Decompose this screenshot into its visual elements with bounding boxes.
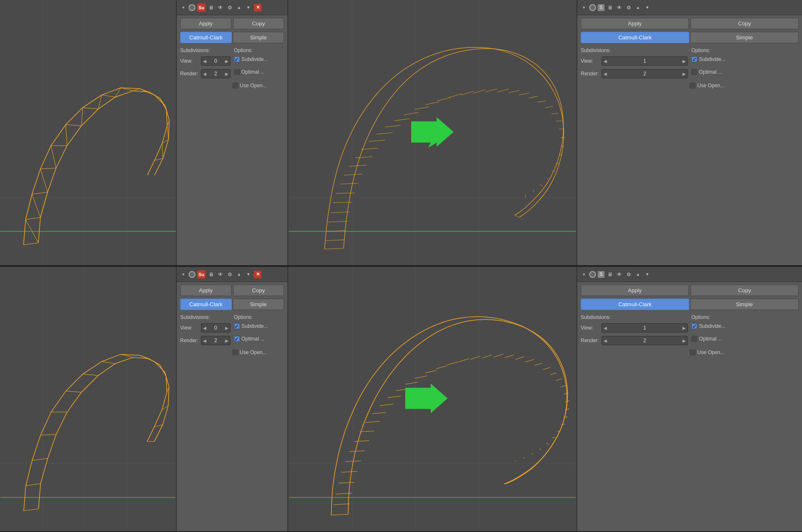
top-right-gear-icon[interactable]: ⚙ [625, 4, 632, 11]
top-subdivide-checkbox[interactable]: ✓ [234, 56, 240, 62]
bottom-check3[interactable]: Use Open... [232, 349, 284, 355]
top-right-eye-icon[interactable]: 👁 [615, 4, 623, 11]
bottom-result-viewport[interactable] [288, 267, 576, 531]
bottom-render-vis-icon[interactable]: 🖥 [207, 271, 215, 278]
top-right-collapse-icon[interactable]: ▾ [580, 4, 588, 11]
top-check1-group[interactable]: ✓ Subdivide... [234, 56, 284, 62]
bottom-right-monitor-icon[interactable]: 🖥 [606, 271, 614, 278]
bottom-right-check2[interactable]: Optimal ... [691, 336, 799, 342]
move-up-icon[interactable]: ▲ [235, 4, 243, 11]
top-render-increment[interactable]: ▶ [223, 72, 230, 76]
bottom-view-inc[interactable]: ▶ [223, 326, 230, 330]
top-right-view-inc[interactable]: ▶ [681, 59, 688, 64]
tab-simple-top-right[interactable]: Simple [690, 32, 799, 43]
bottom-optimal-cb[interactable]: ✓ [234, 336, 240, 342]
top-check2-group[interactable]: Optimal ... [234, 69, 284, 75]
bottom-right-optimal-cb[interactable] [691, 336, 697, 342]
bottom-vp-vis-icon[interactable]: 👁 [217, 271, 224, 278]
bottom-right-view-dec[interactable]: ◀ [602, 326, 609, 330]
bottom-check1[interactable]: ✓ Subdivide... [234, 323, 284, 329]
top-right-apply-button[interactable]: Apply [581, 18, 689, 29]
bottom-right-eye-icon[interactable]: 👁 [615, 271, 623, 278]
bottom-close-icon[interactable]: ✕ [254, 271, 262, 278]
top-right-check1[interactable]: ✓ Subdivide... [691, 56, 799, 62]
top-check3-group[interactable]: Use Open... [232, 83, 284, 89]
bottom-apply-button[interactable]: Apply [180, 285, 231, 296]
top-render-decrement[interactable]: ◀ [201, 72, 208, 76]
bottom-right-circle-icon[interactable] [589, 271, 596, 278]
bottom-opensubdiv-cb[interactable] [232, 349, 238, 355]
bottom-right-collapse-icon[interactable]: ▾ [580, 271, 588, 278]
bottom-right-check1[interactable]: ✓ Subdivide... [691, 323, 799, 329]
tab-simple-top[interactable]: Simple [233, 32, 284, 43]
top-right-subdivide-cb[interactable]: ✓ [691, 56, 697, 62]
render-visibility-icon[interactable]: 🖥 [207, 4, 215, 11]
tab-simple-bottom-right[interactable]: Simple [690, 299, 799, 310]
bottom-right-render-inc[interactable]: ▶ [681, 338, 688, 343]
top-right-render-inc[interactable]: ▶ [681, 72, 688, 76]
top-render-number-field[interactable]: ◀ 2 ▶ [201, 69, 231, 78]
bottom-left-viewport[interactable] [0, 267, 176, 531]
top-right-circle-icon[interactable] [589, 4, 596, 11]
close-icon[interactable]: ✕ [254, 4, 262, 11]
top-opensubdiv-checkbox[interactable] [232, 83, 238, 89]
tab-simple-bottom[interactable]: Simple [233, 299, 284, 310]
bottom-visibility-icon[interactable] [189, 271, 195, 278]
visibility-icon[interactable] [189, 4, 195, 11]
top-right-check3[interactable]: Use Open... [690, 83, 799, 89]
top-right-optimal-cb[interactable] [691, 69, 697, 75]
tab-catmull-clark-top[interactable]: Catmull-Clark [180, 32, 232, 43]
tab-catmull-top-right[interactable]: Catmull-Clark [581, 32, 689, 43]
top-view-decrement[interactable]: ◀ [201, 59, 208, 64]
bottom-up-icon[interactable]: ▲ [235, 271, 243, 278]
bottom-down-icon[interactable]: ▼ [245, 271, 252, 278]
top-right-check2[interactable]: Optimal ... [691, 69, 799, 75]
top-right-view-field[interactable]: ◀ 1 ▶ [602, 56, 688, 66]
top-right-render-dec[interactable]: ◀ [602, 72, 609, 76]
bottom-right-view-inc[interactable]: ▶ [681, 326, 688, 330]
settings-icon[interactable]: ⚙ [226, 4, 234, 11]
top-view-increment[interactable]: ▶ [223, 59, 230, 64]
bottom-right-check3[interactable]: Use Open... [690, 349, 799, 355]
tab-catmull-bottom[interactable]: Catmull-Clark [180, 299, 232, 310]
top-optimal-checkbox[interactable] [234, 69, 240, 75]
bottom-right-render-dec[interactable]: ◀ [602, 338, 609, 343]
top-copy-button[interactable]: Copy [233, 18, 284, 29]
bottom-view-dec[interactable]: ◀ [201, 326, 208, 330]
top-right-monitor-icon[interactable]: 🖥 [606, 4, 614, 11]
bottom-right-apply-button[interactable]: Apply [581, 285, 689, 296]
top-right-copy-button[interactable]: Copy [691, 18, 799, 29]
bottom-check2[interactable]: ✓ Optimal ... [234, 336, 284, 342]
bottom-right-opensubdiv-cb[interactable] [690, 349, 696, 355]
viewport-visibility-icon[interactable]: 👁 [217, 4, 224, 11]
top-right-down-icon[interactable]: ▼ [643, 4, 651, 11]
bottom-right-render-field[interactable]: ◀ 2 ▶ [602, 336, 688, 345]
bottom-subdivide-cb[interactable]: ✓ [234, 323, 240, 329]
modifier-type-icon[interactable]: Su [197, 3, 206, 12]
collapse-icon[interactable]: ▾ [179, 4, 187, 11]
bottom-modifier-type-icon[interactable]: Su [197, 270, 206, 279]
top-result-viewport[interactable] [288, 0, 576, 265]
bottom-right-copy-button[interactable]: Copy [691, 285, 799, 296]
top-right-view-dec[interactable]: ◀ [602, 59, 609, 64]
bottom-render-dec[interactable]: ◀ [201, 338, 208, 343]
bottom-collapse-icon[interactable]: ▾ [179, 271, 187, 278]
top-apply-button[interactable]: Apply [180, 18, 231, 29]
top-right-render-field[interactable]: ◀ 2 ▶ [602, 69, 688, 78]
bottom-view-field[interactable]: ◀ 0 ▶ [201, 323, 231, 332]
top-right-opensubdiv-cb[interactable] [690, 83, 696, 89]
bottom-right-gear-icon[interactable]: ⚙ [625, 271, 632, 278]
bottom-right-down-icon[interactable]: ▼ [643, 271, 651, 278]
bottom-right-up-icon[interactable]: ▲ [634, 271, 642, 278]
bottom-render-inc[interactable]: ▶ [223, 338, 230, 343]
bottom-right-subdivide-cb[interactable]: ✓ [691, 323, 697, 329]
bottom-right-view-field[interactable]: ◀ 1 ▶ [602, 323, 688, 332]
tab-catmull-bottom-right[interactable]: Catmull-Clark [581, 299, 689, 310]
bottom-render-field[interactable]: ◀ 2 ▶ [201, 336, 231, 345]
top-left-viewport[interactable] [0, 0, 176, 265]
move-down-icon[interactable]: ▼ [245, 4, 252, 11]
bottom-settings-icon[interactable]: ⚙ [226, 271, 234, 278]
top-right-up-icon[interactable]: ▲ [634, 4, 642, 11]
top-view-number-field[interactable]: ◀ 0 ▶ [201, 56, 231, 66]
bottom-copy-button[interactable]: Copy [233, 285, 284, 296]
